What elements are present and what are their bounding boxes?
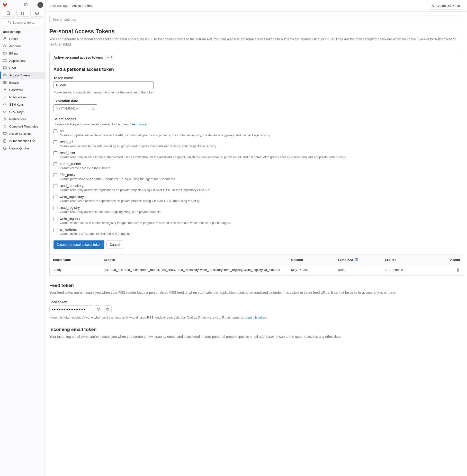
help-icon[interactable] [355,258,358,261]
bell-icon [3,95,7,99]
page-description: You can generate a personal access token… [49,37,463,47]
th-scopes: Scopes [101,255,288,265]
scope-name: api [60,129,271,133]
sidebar-item-notifications[interactable]: Notifications [0,93,45,101]
create-token-button[interactable]: Create personal access token [53,240,104,249]
sidebar-item-account[interactable]: Account [0,42,45,50]
sidebar-item-chat[interactable]: Chat [0,64,45,72]
expiration-label: Expiration date [53,99,459,103]
sidebar-item-password[interactable]: Password [0,86,45,93]
scope-checkbox-write_repository[interactable] [53,195,57,199]
svg-rect-48 [92,107,95,110]
reset-token-link[interactable]: reset this token [245,316,266,319]
svg-point-24 [3,104,5,105]
page-title: Personal Access Tokens [49,28,463,35]
learn-more-link[interactable]: Learn more [130,122,146,126]
sidebar-item-profile[interactable]: Profile [0,35,45,42]
search-icon [8,21,11,24]
sidebar-item-label: Preferences [9,117,26,121]
sidebar-item-preferences[interactable]: Preferences [0,115,45,123]
eye-icon [97,307,101,311]
th-expires: Expires [382,255,429,265]
todos-shortcut-button[interactable] [30,10,43,16]
sidebar-item-label: Applications [9,59,26,63]
scope-desc: Grants complete read/write access to the… [60,133,271,137]
feed-token-title: Feed token [49,283,463,288]
scope-checkbox-read_api[interactable] [53,140,57,144]
sidebar-item-label: GPG Keys [9,110,24,114]
email-icon [3,80,7,84]
scope-checkbox-write_registry[interactable] [53,217,57,221]
chat-icon [3,66,7,70]
trash-icon [456,268,460,272]
scope-name: read_registry [60,206,161,210]
sidebar-search[interactable]: Search or go to… [2,18,43,26]
svg-point-11 [4,37,6,39]
copy-icon [106,307,110,311]
svg-point-7 [23,14,24,15]
search-settings-input[interactable] [49,15,463,23]
sidebar-item-usage-quotas[interactable]: Usage Quotas [0,145,45,152]
sidebar-item-comment-templates[interactable]: Comment Templates [0,123,45,130]
scope-desc: Grants access to GitLab Duo related API … [60,232,132,236]
svg-rect-18 [3,61,4,62]
sidebar-item-access-tokens[interactable]: Access Tokens [0,72,45,79]
clipboard-icon [3,124,7,128]
sidebar-item-label: Active Sessions [9,132,32,135]
sidebar-item-gpg-keys[interactable]: GPG Keys [0,108,45,115]
scope-checkbox-create_runner[interactable] [53,162,57,166]
calendar-icon[interactable] [91,106,95,110]
form-title: Add a personal access token [53,67,459,72]
token-name-input[interactable] [53,81,154,89]
scope-name: read_user [60,151,347,155]
reveal-token-button[interactable] [95,305,102,313]
svg-rect-14 [3,52,6,54]
prefs-icon [3,117,7,121]
tokens-panel-header[interactable]: Active personal access tokens 1 [50,52,463,63]
user-avatar[interactable] [38,2,43,8]
token-icon [3,73,7,77]
scope-desc: Grants read-only access to container reg… [60,210,161,214]
sidebar-item-active-sessions[interactable]: Active Sessions [0,130,45,137]
scope-checkbox-read_user[interactable] [53,151,57,155]
sidebar-nav: ProfileAccountBillingApplicationsChatAcc… [0,35,45,476]
sidebar-collapse-icon[interactable] [23,2,29,8]
scope-checkbox-ai_features[interactable] [53,228,57,232]
sidebar-item-emails[interactable]: Emails [0,79,45,86]
feed-token-note: Keep this token secret. Anyone who has i… [49,315,463,320]
merge-requests-shortcut-button[interactable] [16,10,29,16]
scope-row-read_api: read_apiGrants read access to the API, i… [53,140,459,148]
svg-point-12 [4,45,5,46]
sidebar-item-authentication-log[interactable]: Authentication Log [0,137,45,145]
th-created: Created [288,255,335,265]
sidebar-item-applications[interactable]: Applications [0,57,45,64]
sidebar: Search or go to… User settings ProfileAc… [0,0,45,476]
billing-icon [3,51,7,55]
th-last-used: Last Used [335,255,382,265]
feed-token-input [49,305,93,313]
table-row: Buddyapi, read_api, read_user, create_ru… [50,265,463,276]
svg-rect-16 [3,59,4,60]
sessions-icon [3,132,7,135]
scope-checkbox-api[interactable] [53,130,57,133]
log-icon [3,139,7,143]
row-scopes: api, read_api, read_user, create_runner,… [101,265,288,276]
issues-shortcut-button[interactable] [2,10,15,16]
scope-checkbox-k8s_proxy[interactable] [53,173,57,177]
gitlab-logo[interactable] [2,2,8,8]
cancel-button[interactable]: Cancel [106,240,123,249]
scope-checkbox-read_registry[interactable] [53,206,57,210]
scope-checkbox-read_repository[interactable] [53,184,57,188]
sidebar-item-billing[interactable]: Billing [0,50,45,57]
svg-point-5 [21,12,22,13]
scope-name: ai_features [60,227,132,231]
sidebar-item-ssh-keys[interactable]: SSH Keys [0,101,45,108]
revoke-token-button[interactable] [456,268,460,272]
plus-icon[interactable] [30,2,36,8]
sidebar-item-label: Password [9,88,23,92]
expiration-input[interactable] [53,104,97,112]
svg-point-9 [8,21,11,23]
breadcrumb-parent[interactable]: User Settings [49,4,68,8]
duo-chat-button[interactable]: GitLab Duo Chat [428,2,463,10]
copy-token-button[interactable] [104,305,112,313]
